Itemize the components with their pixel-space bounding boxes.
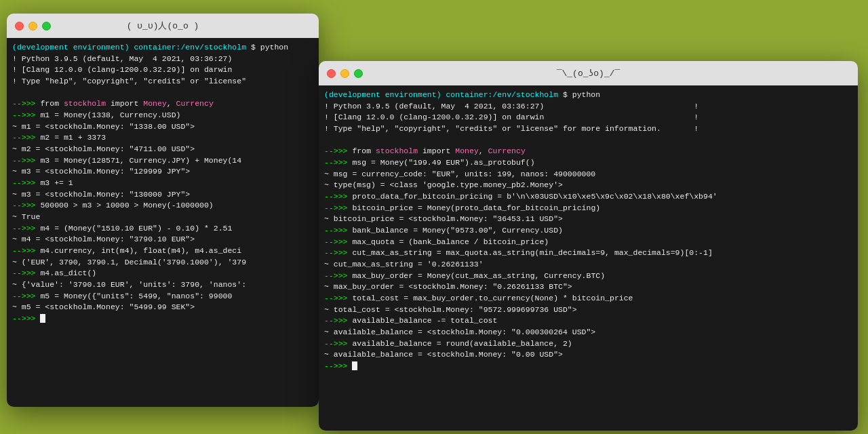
w2-line-3: ~ msg = currency_code: "EUR", units: 199… bbox=[324, 169, 852, 180]
code-line-16: -->>> m4.as_dict() bbox=[12, 268, 313, 279]
w2-line-16: -->>> available_balance -= total_cost bbox=[324, 315, 852, 327]
code-line-19: ~ m5 = <stockholm.Money: "5499.99 SEK"> bbox=[12, 302, 313, 313]
minimize-button-2[interactable] bbox=[340, 69, 349, 78]
cursor-2 bbox=[352, 361, 357, 370]
code-line-12: -->>> m4 = (Money("1510.10 EUR") - 0.10)… bbox=[12, 223, 313, 235]
w2-line-17: ~ available_balance = <stockholm.Money: … bbox=[324, 327, 852, 338]
code-line-5: ~ m2 = <stockholm.Money: "4711.00 USD"> bbox=[12, 144, 313, 155]
code-line-4: -->>> m2 = m1 + 3373 bbox=[12, 132, 313, 144]
window-title-2: ¯\_(ο_ʖο)_/¯ bbox=[557, 68, 620, 79]
terminal-window-1[interactable]: ( υ_υ)人(ο_ο ) (development environment) … bbox=[7, 14, 319, 407]
terminal-body-2: (development environment) container:/env… bbox=[319, 85, 858, 431]
blank-1 bbox=[12, 87, 313, 99]
w2-line-1: -->>> from stockholm import Money, Curre… bbox=[324, 146, 852, 157]
py2-header-1: ! Python 3.9.5 (default, May 4 2021, 03:… bbox=[324, 101, 852, 113]
python-header-2: ! [Clang 12.0.0 (clang-1200.0.32.29)] on… bbox=[12, 64, 313, 76]
minimize-button-1[interactable] bbox=[28, 22, 37, 31]
w2-line-13: ~ max_buy_order = <stockholm.Money: "0.2… bbox=[324, 281, 852, 293]
prompt-line-2: (development environment) container:/env… bbox=[324, 90, 852, 101]
prompt-line-1: (development environment) container:/env… bbox=[12, 42, 313, 54]
w2-line-10: -->>> cut_max_as_string = max_quota.as_s… bbox=[324, 248, 852, 259]
cursor-1 bbox=[40, 314, 45, 323]
w2-line-14: -->>> total_cost = max_buy_order.to_curr… bbox=[324, 293, 852, 304]
w2-line-8: -->>> bank_balance = Money("9573.00", Cu… bbox=[324, 225, 852, 237]
code-line-8: -->>> m3 += 1 bbox=[12, 178, 313, 189]
w2-line-2: -->>> msg = Money("199.49 EUR").as_proto… bbox=[324, 157, 852, 169]
code-line-2: -->>> m1 = Money(1338, Currency.USD) bbox=[12, 110, 313, 121]
code-line-20: -->>> bbox=[12, 313, 313, 325]
code-line-14: -->>> m4.currency, int(m4), float(m4), m… bbox=[12, 245, 313, 257]
python-header-3: ! Type "help", "copyright", "credits" or… bbox=[12, 76, 313, 87]
blank-2 bbox=[324, 135, 852, 146]
w2-line-6: -->>> bitcoin_price = Money(proto_data_f… bbox=[324, 203, 852, 214]
code-line-11: ~ True bbox=[12, 212, 313, 223]
code-line-18: -->>> m5 = Money({"units": 5499, "nanos"… bbox=[12, 291, 313, 302]
py2-header-2: ! [Clang 12.0.0 (clang-1200.0.32.29)] on… bbox=[324, 112, 852, 123]
w2-line-12: -->>> max_buy_order = Money(cut_max_as_s… bbox=[324, 271, 852, 282]
title-bar-2: ¯\_(ο_ʖο)_/¯ bbox=[319, 61, 858, 85]
title-bar-1: ( υ_υ)人(ο_ο ) bbox=[7, 14, 319, 38]
w2-line-11: ~ cut_max_as_string = '0.26261133' bbox=[324, 259, 852, 271]
code-line-7: ~ m3 = <stockholm.Money: "129999 JPY"> bbox=[12, 166, 313, 178]
w2-line-20: -->>> bbox=[324, 361, 852, 372]
python-header-1: ! Python 3.9.5 (default, May 4 2021, 03:… bbox=[12, 54, 313, 65]
w2-line-18: -->>> available_balance = round(availabl… bbox=[324, 338, 852, 350]
code-line-6: -->>> m3 = Money(128571, Currency.JPY) +… bbox=[12, 155, 313, 167]
code-line-15: ~ ('EUR', 3790, 3790.1, Decimal('3790.10… bbox=[12, 257, 313, 269]
w2-line-9: -->>> max_quota = (bank_balance / bitcoi… bbox=[324, 237, 852, 248]
close-button-1[interactable] bbox=[15, 22, 24, 31]
code-line-13: ~ m4 = <stockholm.Money: "3790.10 EUR"> bbox=[12, 234, 313, 245]
terminal-window-2[interactable]: ¯\_(ο_ʖο)_/¯ (development environment) c… bbox=[319, 61, 858, 431]
window-title-1: ( υ_υ)人(ο_ο ) bbox=[127, 20, 199, 32]
w2-line-5: -->>> proto_data_for_bitcoin_pricing = b… bbox=[324, 191, 852, 203]
w2-line-15: ~ total_cost = <stockholm.Money: "9572.9… bbox=[324, 304, 852, 316]
traffic-lights-2[interactable] bbox=[327, 69, 363, 78]
code-line-10: -->>> 500000 > m3 > 10000 > Money(-10000… bbox=[12, 200, 313, 212]
w2-line-19: ~ available_balance = <stockholm.Money: … bbox=[324, 349, 852, 361]
w2-line-4: ~ type(msg) = <class 'google.type.money_… bbox=[324, 180, 852, 191]
w2-line-7: ~ bitcoin_price = <stockholm.Money: "364… bbox=[324, 214, 852, 225]
terminal-body-1: (development environment) container:/env… bbox=[7, 38, 319, 407]
code-line-3: ~ m1 = <stockholm.Money: "1338.00 USD"> bbox=[12, 121, 313, 133]
maximize-button-1[interactable] bbox=[42, 22, 51, 31]
traffic-lights-1[interactable] bbox=[15, 22, 51, 31]
code-line-9: ~ m3 = <stockholm.Money: "130000 JPY"> bbox=[12, 189, 313, 201]
maximize-button-2[interactable] bbox=[354, 69, 363, 78]
close-button-2[interactable] bbox=[327, 69, 336, 78]
py2-header-3: ! Type "help", "copyright", "credits" or… bbox=[324, 123, 852, 135]
code-line-1: -->>> from stockholm import Money, Curre… bbox=[12, 98, 313, 110]
code-line-17: ~ {'value': '3790.10 EUR', 'units': 3790… bbox=[12, 279, 313, 291]
